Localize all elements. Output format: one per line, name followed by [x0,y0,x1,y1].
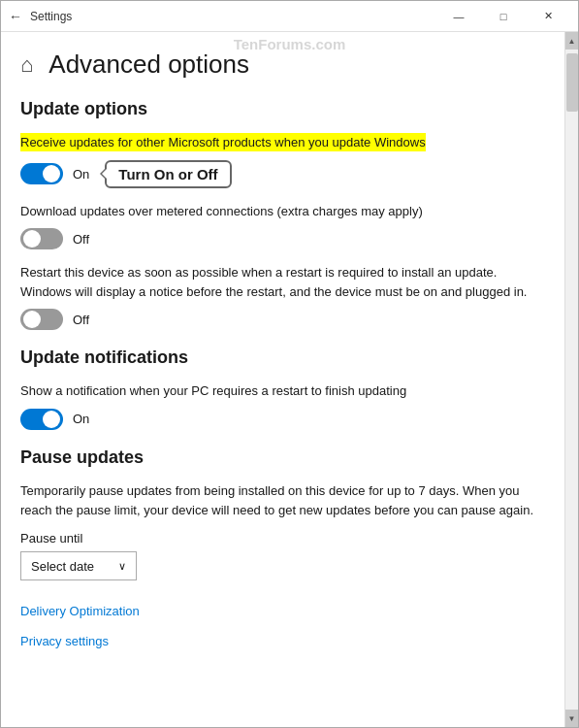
receive-updates-toggle[interactable] [20,163,63,184]
chevron-down-icon: ∨ [118,560,126,573]
restart-option: Restart this device as soon as possible … [20,263,537,301]
select-date-button[interactable]: Select date ∨ [20,551,137,580]
toggle-knob-2 [23,230,41,248]
close-button[interactable]: ✕ [526,1,570,32]
maximize-button[interactable]: □ [481,1,526,32]
scroll-thumb[interactable] [566,53,578,112]
privacy-settings-link[interactable]: Privacy settings [20,634,537,648]
notification-toggle[interactable] [20,409,63,430]
scroll-up-button[interactable]: ▲ [565,32,579,50]
metered-connections-toggle[interactable] [20,228,63,249]
tooltip-callout: Turn On or Off [105,160,231,188]
update-options-title: Update options [20,99,537,119]
toggle-knob-4 [43,411,60,428]
delivery-optimization-link[interactable]: Delivery Optimization [20,604,537,618]
update-options-section: Update options Receive updates for other… [20,99,537,330]
pause-updates-section: Pause updates Temporarily pause updates … [20,447,537,581]
toggle-label-2: Off [73,232,89,247]
receive-updates-label: Receive updates for other Microsoft prod… [20,133,426,151]
toggle-label-3: Off [73,313,89,327]
home-icon: ⌂ [20,52,33,78]
toggle-row-3: Off [20,309,537,330]
toggle-knob-1 [43,165,60,182]
update-notifications-section: Update notifications Show a notification… [20,347,537,430]
select-date-label: Select date [31,559,94,574]
toggle-label-4: On [73,412,89,426]
pause-until-label: Pause until [20,531,537,546]
scrollbar[interactable]: ▲ ▼ [564,32,578,727]
update-notifications-title: Update notifications [20,347,537,368]
title-bar-controls: — □ ✕ [436,1,570,32]
restart-toggle[interactable] [20,309,63,330]
receive-updates-option: Receive updates for other Microsoft prod… [20,133,537,152]
toggle-label-1: On [73,167,89,182]
page-header: ⌂ Advanced options [20,32,537,95]
toggle-row-1: On Turn On or Off [20,160,537,188]
settings-window: ← Settings — □ ✕ TenForums.com ⌂ Advance… [0,0,579,728]
pause-updates-title: Pause updates [20,447,537,468]
content-area: ⌂ Advanced options Update options Receiv… [1,32,578,727]
title-bar: ← Settings — □ ✕ [1,1,578,32]
notification-option: Show a notification when your PC require… [20,381,537,401]
toggle-row-2: Off [20,228,537,249]
toggle-knob-3 [23,311,41,328]
title-bar-title: Settings [30,10,72,23]
page-title: Advanced options [48,50,249,80]
back-icon: ← [9,9,22,24]
metered-connections-option: Download updates over metered connection… [20,202,537,221]
minimize-button[interactable]: — [436,1,481,32]
links-section: Delivery Optimization Privacy settings [20,604,537,648]
restart-label: Restart this device as soon as possible … [20,265,527,299]
pause-description: Temporarily pause updates from being ins… [20,481,537,522]
notification-label: Show a notification when your PC require… [20,383,406,398]
title-bar-left: ← Settings [9,9,436,24]
toggle-row-4: On [20,409,537,430]
scroll-down-button[interactable]: ▼ [565,710,579,727]
main-area: ⌂ Advanced options Update options Receiv… [1,32,564,727]
metered-connections-label: Download updates over metered connection… [20,204,423,218]
